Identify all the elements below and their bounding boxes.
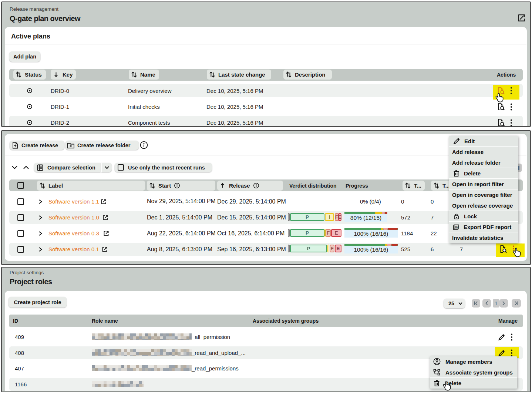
svg-text:PDF: PDF [455,226,459,228]
